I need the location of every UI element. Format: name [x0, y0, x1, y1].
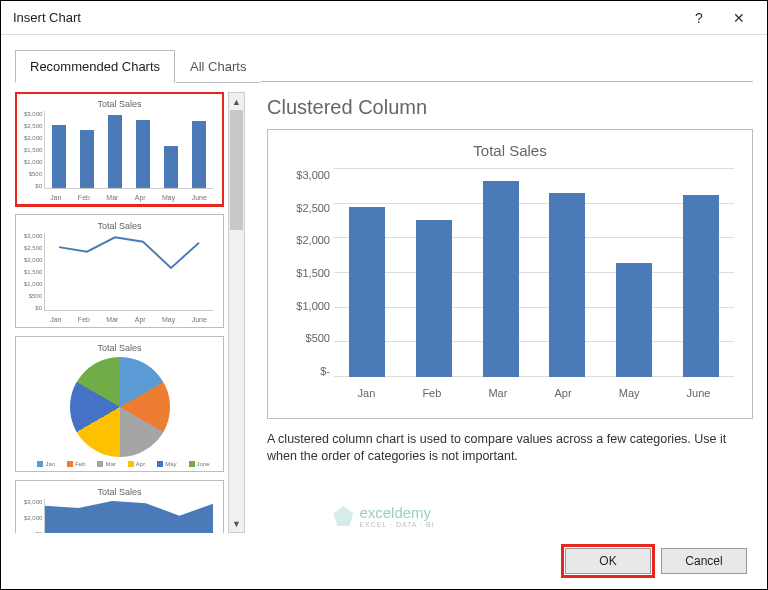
thumb-pie[interactable]: Total Sales JanFebMarAprMayJune [15, 336, 224, 472]
titlebar: Insert Chart ? ✕ [1, 1, 767, 35]
tab-recommended[interactable]: Recommended Charts [15, 50, 175, 83]
scroll-down-icon[interactable]: ▼ [229, 515, 244, 532]
thumb-line[interactable]: Total Sales $0$500$1,000$1,500$2,000$2,5… [15, 214, 224, 328]
bar [483, 181, 519, 377]
cancel-button[interactable]: Cancel [661, 548, 747, 574]
thumb-clustered-column[interactable]: Total Sales $0$500$1,000$1,500$2,000$2,5… [15, 92, 224, 206]
close-button[interactable]: ✕ [719, 4, 759, 32]
bar [683, 195, 719, 377]
bar [349, 207, 385, 377]
scroll-up-icon[interactable]: ▲ [229, 93, 244, 110]
recommendation-list: Total Sales $0$500$1,000$1,500$2,000$2,5… [15, 92, 245, 533]
thumb-scrollbar[interactable]: ▲ ▼ [228, 92, 245, 533]
tab-bar: Recommended Charts All Charts [1, 35, 767, 82]
help-button[interactable]: ? [679, 4, 719, 32]
svg-marker-0 [45, 502, 213, 533]
scroll-thumb[interactable] [230, 110, 243, 230]
bar [416, 220, 452, 377]
dialog-body: Total Sales $0$500$1,000$1,500$2,000$2,5… [1, 82, 767, 533]
bar [549, 193, 585, 377]
ok-button[interactable]: OK [565, 548, 651, 574]
bar [616, 263, 652, 377]
tab-all-charts[interactable]: All Charts [175, 50, 261, 83]
chart-type-label: Clustered Column [267, 96, 753, 119]
chart-preview: Total Sales $-$500$1,000$1,500$2,000$2,5… [267, 129, 753, 419]
chart-description: A clustered column chart is used to comp… [267, 431, 753, 465]
pie-icon [70, 357, 170, 457]
dialog-title: Insert Chart [13, 10, 81, 25]
thumb-area[interactable]: Total Sales $0$2,000$3,000 [15, 480, 224, 533]
chart-title: Total Sales [282, 142, 738, 159]
dialog-footer: OK Cancel [1, 533, 767, 589]
insert-chart-dialog: Insert Chart ? ✕ Recommended Charts All … [0, 0, 768, 590]
preview-pane: Clustered Column Total Sales $-$500$1,00… [253, 92, 753, 533]
